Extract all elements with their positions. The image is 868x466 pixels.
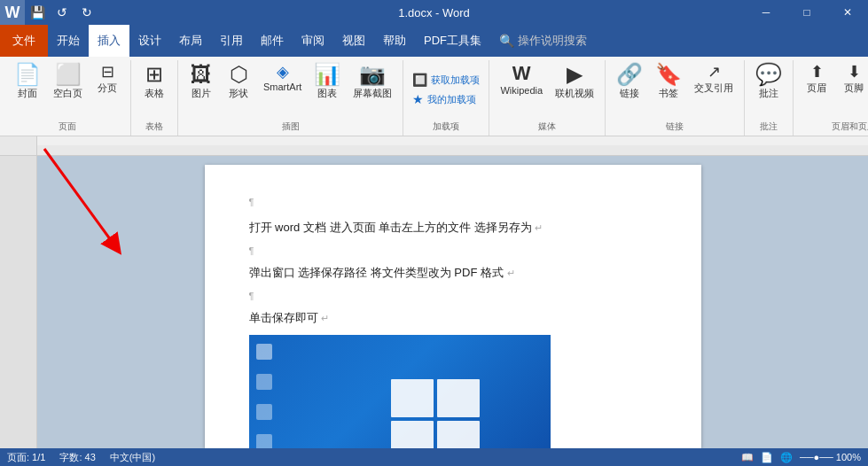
ribbon-group-addins: 🔲 获取加载项 ★ 我的加载项 加载项 xyxy=(403,60,489,136)
language-indicator: 中文(中国) xyxy=(110,451,155,464)
menu-item-help[interactable]: 帮助 xyxy=(374,25,415,57)
smartart-button[interactable]: ◈ SmartArt xyxy=(258,60,307,96)
cover-icon: 📄 xyxy=(14,64,41,85)
ribbon: 📄 封面 ⬜ 空白页 ⊟ 分页 页面 ⊞ 表格 xyxy=(0,57,868,136)
menu-item-review[interactable]: 审阅 xyxy=(293,25,333,57)
table-group-label: 表格 xyxy=(137,119,172,136)
undo-button[interactable]: ↺ xyxy=(50,0,74,25)
footer-button[interactable]: ⬇ 页脚 xyxy=(836,60,868,98)
chart-button[interactable]: 📊 图表 xyxy=(309,60,346,104)
my-addins-icon: ★ xyxy=(412,92,424,106)
redo-button[interactable]: ↻ xyxy=(74,0,99,25)
menu-item-design[interactable]: 设计 xyxy=(129,25,170,57)
main-area: ¶ 打开 word 文档 进入页面 单击左上方的文件 选择另存为 ↵ ¶ 弹出窗… xyxy=(0,156,868,448)
maximize-button[interactable]: □ xyxy=(786,0,827,25)
title-bar-left: W 💾 ↺ ↻ xyxy=(0,0,99,25)
menu-item-references[interactable]: 引用 xyxy=(211,25,252,57)
desktop-icons xyxy=(256,344,272,448)
blank-icon: ⬜ xyxy=(55,64,82,85)
ruler-area xyxy=(0,136,868,156)
media-buttons: W Wikipedia ▶ 联机视频 xyxy=(495,60,599,119)
menu-item-home[interactable]: 开始 xyxy=(48,25,89,57)
doc-line-1: 打开 word 文档 进入页面 单击左上方的文件 选择另存为 ↵ xyxy=(249,217,657,237)
bookmark-icon: 🔖 xyxy=(655,64,682,85)
word-icon: W xyxy=(0,0,25,25)
doc-line-3: 弹出窗口 选择保存路径 将文件类型改为 PDF 格式 ↵ xyxy=(249,262,657,283)
page-info: 页面: 1/1 xyxy=(7,451,45,464)
wikipedia-icon: W xyxy=(512,64,531,83)
menu-item-layout[interactable]: 布局 xyxy=(170,25,211,57)
menu-item-insert[interactable]: 插入 xyxy=(89,25,129,57)
cover-button[interactable]: 📄 封面 xyxy=(9,60,46,104)
document-area[interactable]: ¶ 打开 word 文档 进入页面 单击左上方的文件 选择另存为 ↵ ¶ 弹出窗… xyxy=(37,156,868,448)
zoom-slider[interactable]: ──●── 100% xyxy=(800,452,861,463)
chart-icon: 📊 xyxy=(314,64,340,85)
ribbon-group-header-footer: ⬆ 页眉 ⬇ 页脚 # 页码 页眉和页脚 xyxy=(794,60,868,136)
my-addins-button[interactable]: ★ 我的加载项 xyxy=(409,90,480,108)
online-video-button[interactable]: ▶ 联机视频 xyxy=(550,60,599,104)
desktop-icon-4 xyxy=(256,434,272,448)
ribbon-group-comments: 💬 批注 批注 xyxy=(745,60,794,136)
comments-buttons: 💬 批注 xyxy=(750,60,787,119)
break-icon: ⊟ xyxy=(101,64,114,80)
header-icon: ⬆ xyxy=(810,64,824,80)
footer-icon: ⬇ xyxy=(848,64,861,80)
desktop-icon-1 xyxy=(256,344,272,360)
wikipedia-button[interactable]: W Wikipedia xyxy=(495,60,548,99)
link-button[interactable]: 🔗 链接 xyxy=(611,60,648,104)
window-title: 1.docx - Word xyxy=(398,6,470,19)
crossref-button[interactable]: ↗ 交叉引用 xyxy=(689,60,739,98)
doc-line-2: ¶ xyxy=(249,240,657,260)
bookmark-button[interactable]: 🔖 书签 xyxy=(650,60,687,104)
comment-button[interactable]: 💬 批注 xyxy=(750,60,787,104)
addins-buttons: 🔲 获取加载项 ★ 我的加载项 xyxy=(409,60,483,119)
crossref-icon: ↗ xyxy=(708,64,721,80)
links-group-label: 链接 xyxy=(611,119,739,136)
table-buttons: ⊞ 表格 xyxy=(137,60,172,119)
ribbon-content: 📄 封面 ⬜ 空白页 ⊟ 分页 页面 ⊞ 表格 xyxy=(0,57,868,136)
pages-buttons: 📄 封面 ⬜ 空白页 ⊟ 分页 xyxy=(9,60,125,119)
word-count: 字数: 43 xyxy=(59,451,95,464)
logo-quad-1 xyxy=(391,379,434,417)
header-footer-buttons: ⬆ 页眉 ⬇ 页脚 # 页码 xyxy=(799,60,868,119)
illustrations-group-label: 插图 xyxy=(184,119,397,136)
smartart-icon: ◈ xyxy=(277,64,289,80)
menu-item-search[interactable]: 🔍 操作说明搜索 xyxy=(490,25,596,57)
desktop-icon-3 xyxy=(256,404,272,420)
logo-quad-2 xyxy=(437,379,480,417)
menu-item-mailings[interactable]: 邮件 xyxy=(252,25,293,57)
save-button[interactable]: 💾 xyxy=(25,0,50,25)
image-button[interactable]: 🖼 图片 xyxy=(184,60,219,104)
blank-page-button[interactable]: ⬜ 空白页 xyxy=(48,60,88,104)
status-right: 📖 📄 🌐 ──●── 100% xyxy=(741,452,861,463)
screenshot-icon: 📷 xyxy=(359,64,386,85)
shape-button[interactable]: ⬡ 形状 xyxy=(221,60,256,104)
get-addins-icon: 🔲 xyxy=(412,73,427,87)
close-button[interactable]: ✕ xyxy=(827,0,868,25)
print-layout-icon[interactable]: 📄 xyxy=(761,452,773,463)
menu-item-pdf[interactable]: PDF工具集 xyxy=(415,25,490,57)
comment-icon: 💬 xyxy=(755,64,782,85)
header-button[interactable]: ⬆ 页眉 xyxy=(799,60,834,98)
ribbon-group-pages: 📄 封面 ⬜ 空白页 ⊟ 分页 页面 xyxy=(4,60,131,136)
web-layout-icon[interactable]: 🌐 xyxy=(780,452,793,463)
read-mode-icon[interactable]: 📖 xyxy=(741,452,754,463)
header-footer-group-label: 页眉和页脚 xyxy=(799,119,868,136)
screenshot-button[interactable]: 📷 屏幕截图 xyxy=(348,60,397,104)
menu-item-file[interactable]: 文件 xyxy=(0,25,48,57)
get-addins-button[interactable]: 🔲 获取加载项 xyxy=(409,71,483,89)
ribbon-group-media: W Wikipedia ▶ 联机视频 媒体 xyxy=(489,60,606,136)
ribbon-group-table: ⊞ 表格 表格 xyxy=(131,60,178,136)
minimize-button[interactable]: ─ xyxy=(746,0,786,25)
page-break-button[interactable]: ⊟ 分页 xyxy=(90,60,125,98)
document-page[interactable]: ¶ 打开 word 文档 进入页面 单击左上方的文件 选择另存为 ↵ ¶ 弹出窗… xyxy=(205,165,701,448)
comments-group-label: 批注 xyxy=(750,119,787,136)
menu-item-view[interactable]: 视图 xyxy=(333,25,374,57)
doc-line-4: ¶ xyxy=(249,285,657,306)
logo-quad-3 xyxy=(391,421,434,448)
ribbon-group-illustrations: 🖼 图片 ⬡ 形状 ◈ SmartArt 📊 图表 📷 屏幕截图 xyxy=(178,60,403,136)
ribbon-group-links: 🔗 链接 🔖 书签 ↗ 交叉引用 链接 xyxy=(606,60,745,136)
logo-quad-4 xyxy=(437,421,480,448)
table-button[interactable]: ⊞ 表格 xyxy=(137,60,172,104)
media-group-label: 媒体 xyxy=(495,119,599,136)
